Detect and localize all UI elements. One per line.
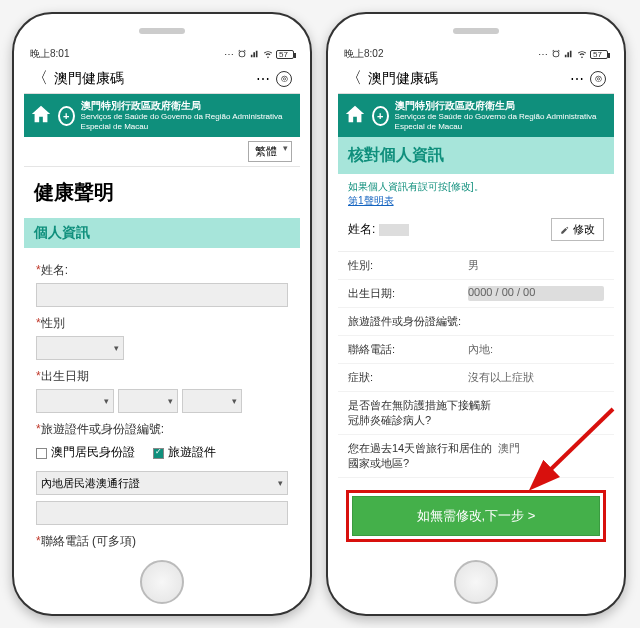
wifi-icon [263, 49, 273, 59]
more-icon[interactable]: ⋯ [570, 71, 584, 87]
language-row: 繁體 [24, 137, 300, 167]
input-name[interactable] [36, 283, 288, 307]
home-icon[interactable] [30, 103, 52, 129]
label-dob: 出生日期 [36, 368, 288, 385]
signal-icon [564, 49, 574, 59]
next-button[interactable]: 如無需修改,下一步 > [352, 496, 600, 536]
back-button[interactable]: 〈 [32, 68, 48, 89]
tips: 如果個人資訊有誤可按[修改]。 第1聲明表 [338, 174, 614, 208]
screen-left: 晚上8:01 ⋯ 57 〈 澳門健康碼 ⋯ ◎ + 澳門特別行政區政府衛生局 S… [24, 44, 300, 550]
screen-right: 晚上8:02 ⋯ 57 〈 澳門健康碼 ⋯ ◎ + 澳門特別行政區政府衛生局 S… [338, 44, 614, 550]
phone-speaker [139, 28, 185, 34]
cta-highlight: 如無需修改,下一步 > [346, 490, 606, 542]
row-doc: 旅遊證件或身份證編號: [338, 308, 614, 336]
edit-button[interactable]: 修改 [551, 218, 604, 241]
status-bar: 晚上8:01 ⋯ 57 [24, 44, 300, 64]
phone-mockup-left: 晚上8:01 ⋯ 57 〈 澳門健康碼 ⋯ ◎ + 澳門特別行政區政府衛生局 S… [12, 12, 312, 616]
select-dob-year[interactable] [36, 389, 114, 413]
name-value-redacted [379, 224, 409, 236]
alarm-icon [551, 49, 561, 59]
app-bar: 〈 澳門健康碼 ⋯ ◎ [24, 64, 300, 94]
home-button[interactable] [454, 560, 498, 604]
dob-value-redacted: 0000 / 00 / 00 [468, 286, 604, 301]
row-contact: 是否曾在無防護措施下接觸新冠肺炎確診病人? [338, 392, 614, 435]
ellipsis-icon: ⋯ [538, 49, 548, 60]
first-declaration-link[interactable]: 第1聲明表 [348, 195, 394, 206]
language-select[interactable]: 繁體 [248, 141, 292, 162]
wifi-icon [577, 49, 587, 59]
select-dob-month[interactable] [118, 389, 178, 413]
more-icon[interactable]: ⋯ [256, 71, 270, 87]
row-gender: 性別: 男 [338, 252, 614, 280]
name-row: 姓名: 修改 [338, 208, 614, 252]
label-gender: 性別 [36, 315, 288, 332]
target-icon[interactable]: ◎ [276, 71, 292, 87]
gov-text: 澳門特別行政區政府衛生局 Serviços de Saúde do Govern… [81, 100, 294, 131]
page-title: 核對個人資訊 [338, 137, 614, 174]
pencil-icon [560, 225, 570, 235]
label-doc: 旅遊證件或身份證編號: [36, 421, 288, 438]
row-symptom: 症狀: 沒有以上症狀 [338, 364, 614, 392]
section-header: 個人資訊 [24, 218, 300, 248]
input-doc-number[interactable] [36, 501, 288, 525]
health-shield-icon: + [58, 106, 75, 126]
page-title: 健康聲明 [24, 167, 300, 218]
gov-banner: + 澳門特別行政區政府衛生局 Serviços de Saúde do Gove… [338, 94, 614, 137]
gov-text: 澳門特別行政區政府衛生局 Serviços de Saúde do Govern… [395, 100, 608, 131]
row-dob: 出生日期: 0000 / 00 / 00 [338, 280, 614, 308]
status-time: 晚上8:02 [344, 47, 383, 61]
app-title: 澳門健康碼 [54, 70, 250, 88]
app-bar: 〈 澳門健康碼 ⋯ ◎ [338, 64, 614, 94]
content-left: 健康聲明 個人資訊 姓名: 性別 出生日期 旅遊證件或身份證編號: 澳門居民身份… [24, 167, 300, 550]
phone-mockup-right: 晚上8:02 ⋯ 57 〈 澳門健康碼 ⋯ ◎ + 澳門特別行政區政府衛生局 S… [326, 12, 626, 616]
form: 姓名: 性別 出生日期 旅遊證件或身份證編號: 澳門居民身份證 旅遊證件 內地居… [24, 248, 300, 550]
home-icon[interactable] [344, 103, 366, 129]
dob-selects [36, 389, 288, 413]
label-name: 姓名: [36, 262, 288, 279]
battery-icon: 57 [590, 50, 608, 59]
checkbox-travel[interactable]: 旅遊證件 [153, 444, 216, 461]
home-button[interactable] [140, 560, 184, 604]
status-icons: ⋯ 57 [224, 49, 294, 60]
content-right: 核對個人資訊 如果個人資訊有誤可按[修改]。 第1聲明表 姓名: 修改 性別: … [338, 137, 614, 550]
alarm-icon [237, 49, 247, 59]
select-dob-day[interactable] [182, 389, 242, 413]
doc-choice-row: 澳門居民身份證 旅遊證件 [36, 444, 288, 461]
select-doc-type[interactable]: 內地居民港澳通行證 [36, 471, 288, 495]
phone-speaker [453, 28, 499, 34]
status-bar: 晚上8:02 ⋯ 57 [338, 44, 614, 64]
label-phone: 聯絡電話 (可多項) [36, 533, 288, 550]
target-icon[interactable]: ◎ [590, 71, 606, 87]
status-icons: ⋯ 57 [538, 49, 608, 60]
health-shield-icon: + [372, 106, 389, 126]
row-phone: 聯絡電話: 內地: [338, 336, 614, 364]
gov-banner: + 澳門特別行政區政府衛生局 Serviços de Saúde do Gove… [24, 94, 300, 137]
select-gender[interactable] [36, 336, 124, 360]
status-time: 晚上8:01 [30, 47, 69, 61]
name-label: 姓名: [348, 221, 375, 238]
app-title: 澳門健康碼 [368, 70, 564, 88]
row-travel: 您在過去14天曾旅行和居住的國家或地區? 澳門 [338, 435, 614, 478]
back-button[interactable]: 〈 [346, 68, 362, 89]
signal-icon [250, 49, 260, 59]
battery-icon: 57 [276, 50, 294, 59]
checkbox-resident[interactable]: 澳門居民身份證 [36, 444, 135, 461]
ellipsis-icon: ⋯ [224, 49, 234, 60]
